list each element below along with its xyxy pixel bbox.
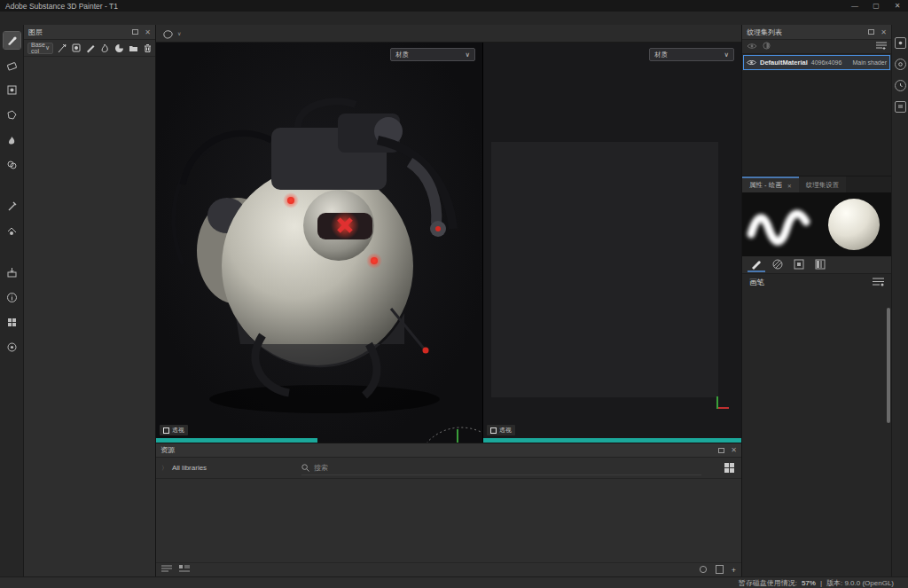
titlebar: Adobe Substance 3D Painter - T1 — ▢ ✕	[0, 0, 908, 12]
assets-controls: 〉 All libraries 搜索	[156, 458, 741, 479]
material-picker-tool[interactable]	[4, 198, 20, 215]
add-mask-icon[interactable]	[100, 43, 110, 53]
paint-tool[interactable]	[4, 32, 20, 49]
layers-panel-title: 图层	[28, 27, 43, 37]
shading-mode-dropdown-3d[interactable]: 材质 ∨	[390, 48, 475, 61]
add-effect-icon[interactable]	[58, 43, 67, 53]
uv-axis-gizmo	[716, 395, 731, 409]
camera-badge-3d[interactable]: 透视	[160, 425, 188, 435]
asset-search-input[interactable]: 搜索	[301, 461, 701, 475]
assets-panel: 资源 ✕ 〉 All libraries 搜索	[156, 443, 741, 576]
camera-badge-2d[interactable]: 透视	[487, 425, 515, 435]
delete-layer-icon[interactable]	[143, 43, 153, 53]
close-tab-icon[interactable]: ✕	[787, 183, 792, 189]
expand-icon: 〉	[161, 464, 168, 473]
smudge-tool[interactable]	[4, 131, 20, 148]
polygon-fill-tool[interactable]	[4, 106, 20, 123]
tab-texture-set-settings[interactable]: 纹理集设置	[799, 176, 847, 192]
brush-settings-panel: 画笔	[742, 274, 891, 574]
close-button[interactable]: ✕	[887, 2, 908, 10]
tool-strip	[0, 25, 24, 576]
material-preview-sphere[interactable]	[817, 192, 891, 256]
shader-settings-dock-icon[interactable]	[895, 59, 906, 70]
subtab-brush[interactable]	[748, 258, 765, 272]
statusbar-separator: |	[820, 579, 822, 587]
texture-set-name: DefaultMaterial	[760, 59, 808, 67]
texture-set-toolbar	[742, 40, 891, 54]
texture-set-shader: Main shader	[852, 59, 887, 66]
chevron-down-icon: ∨	[466, 51, 471, 59]
isolate-icon[interactable]	[763, 42, 771, 51]
add-smart-material-icon[interactable]	[114, 43, 124, 53]
texture-set-list-title: 纹理集列表	[747, 27, 782, 37]
eye-icon[interactable]	[747, 59, 756, 67]
add-folder-icon[interactable]	[129, 43, 138, 53]
float-panel-icon[interactable]	[868, 29, 874, 35]
asset-thumbnails	[156, 479, 741, 562]
display-settings-dock-icon[interactable]	[895, 101, 906, 113]
3d-model-render	[156, 43, 482, 443]
subtab-material[interactable]	[811, 258, 829, 272]
minimize-button[interactable]: —	[844, 2, 865, 10]
projection-tool[interactable]	[4, 82, 20, 98]
new-asset-icon[interactable]	[716, 565, 724, 576]
window-controls: — ▢ ✕	[844, 2, 908, 10]
channel-filter-dropdown[interactable]: Base col ∨	[27, 43, 53, 54]
add-fill-layer-icon[interactable]	[72, 43, 82, 53]
close-panel-icon[interactable]: ✕	[881, 28, 887, 36]
close-panel-icon[interactable]: ✕	[731, 446, 737, 454]
texture-set-list-header: 纹理集列表 ✕	[742, 25, 891, 40]
brush-presets-icon[interactable]	[873, 278, 884, 288]
brush-stroke-preview[interactable]	[742, 192, 817, 256]
float-panel-icon[interactable]	[132, 29, 138, 35]
camera-icon	[490, 427, 497, 434]
history-dock-icon[interactable]	[895, 80, 906, 91]
import-asset-icon[interactable]: +	[732, 566, 736, 575]
eraser-tool[interactable]	[4, 57, 20, 74]
scrollbar[interactable]	[887, 308, 890, 423]
texture-set-list-empty	[742, 71, 891, 176]
viewport-2d[interactable]: 材质 ∨ 透视	[482, 43, 741, 443]
paint-subtabs	[742, 256, 891, 274]
layers-panel: 图层 ✕ Base col ∨	[24, 25, 156, 576]
properties-tabs: 属性 - 绘画 ✕ 纹理集设置	[742, 176, 891, 192]
info-icon[interactable]	[4, 289, 20, 306]
list-options-icon[interactable]	[876, 42, 887, 51]
shading-mode-dropdown-2d[interactable]: 材质 ∨	[649, 48, 734, 61]
clone-tool[interactable]	[4, 156, 20, 173]
texture-set-row[interactable]: DefaultMaterial 4096x4096 Main shader	[743, 55, 890, 70]
list-view-small-icon[interactable]	[161, 565, 172, 576]
tab-properties-paint[interactable]: 属性 - 绘画 ✕	[742, 176, 799, 192]
layer-list	[24, 57, 155, 576]
quick-massive-bake-tool[interactable]	[4, 223, 20, 239]
viewport-3d[interactable]: 材质 ∨ 透视	[156, 43, 482, 443]
eye-icon[interactable]	[747, 43, 757, 51]
layers-toolbar: Base col ∨	[24, 40, 155, 57]
chevron-down-icon[interactable]: ∨	[177, 30, 181, 36]
version-label: 版本: 9.0.0 (OpenGL)	[826, 578, 894, 588]
list-view-detail-icon[interactable]	[179, 565, 190, 576]
add-paint-layer-icon[interactable]	[86, 43, 96, 53]
resources-icon[interactable]	[4, 314, 20, 331]
refresh-icon[interactable]	[699, 565, 708, 576]
search-icon	[301, 464, 309, 472]
layers-panel-header: 图层 ✕	[24, 25, 155, 40]
assets-panel-header: 资源 ✕	[156, 443, 741, 458]
export-icon[interactable]	[4, 264, 20, 281]
camera-icon	[163, 427, 169, 434]
texture-set-resolution: 4096x4096	[811, 59, 842, 66]
maximize-button[interactable]: ▢	[865, 2, 887, 10]
close-panel-icon[interactable]: ✕	[145, 28, 151, 36]
subtab-alpha[interactable]	[769, 258, 787, 272]
app-window: Adobe Substance 3D Painter - T1 — ▢ ✕ ∨	[0, 0, 908, 588]
uv-texture-atlas	[491, 142, 718, 397]
chevron-down-icon: ∨	[724, 51, 730, 59]
dock-icon-strip	[891, 25, 908, 576]
display-settings-icon[interactable]	[4, 339, 20, 356]
subtab-stencil[interactable]	[790, 258, 808, 272]
library-dropdown[interactable]: 〉 All libraries	[161, 464, 294, 473]
stroke-shape-icon[interactable]	[160, 27, 176, 41]
float-panel-icon[interactable]	[718, 448, 724, 453]
grid-view-icon[interactable]	[723, 461, 736, 474]
texture-set-dock-icon[interactable]	[895, 37, 906, 49]
